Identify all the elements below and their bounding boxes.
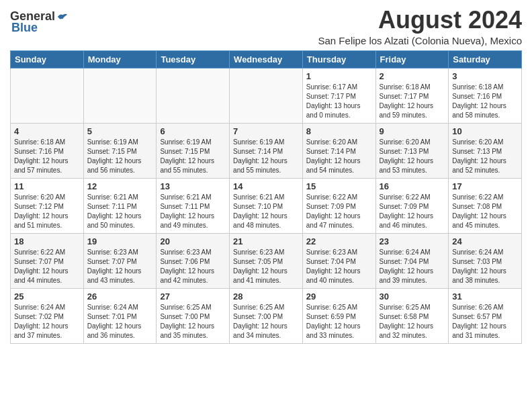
location-subtitle: San Felipe los Alzati (Colonia Nueva), M… (318, 35, 522, 46)
day-number: 6 (160, 126, 226, 136)
calendar-cell: 25Sunrise: 6:24 AMSunset: 7:02 PMDayligh… (11, 288, 84, 343)
calendar-cell (83, 68, 157, 123)
day-number: 16 (380, 181, 445, 191)
day-number: 22 (306, 236, 372, 246)
calendar-cell: 20Sunrise: 6:23 AMSunset: 7:06 PMDayligh… (157, 233, 230, 288)
day-info: Sunrise: 6:22 AMSunset: 7:09 PMDaylight:… (380, 193, 445, 230)
day-info: Sunrise: 6:20 AMSunset: 7:13 PMDaylight:… (452, 138, 518, 175)
day-number: 8 (306, 126, 372, 136)
calendar-cell: 14Sunrise: 6:21 AMSunset: 7:10 PMDayligh… (230, 178, 303, 233)
day-number: 27 (160, 291, 226, 302)
day-info: Sunrise: 6:18 AMSunset: 7:16 PMDaylight:… (14, 138, 80, 175)
calendar-cell: 7Sunrise: 6:19 AMSunset: 7:14 PMDaylight… (230, 123, 303, 178)
calendar-cell: 19Sunrise: 6:23 AMSunset: 7:07 PMDayligh… (83, 233, 157, 288)
calendar-cell: 17Sunrise: 6:22 AMSunset: 7:08 PMDayligh… (449, 178, 522, 233)
day-info: Sunrise: 6:23 AMSunset: 7:04 PMDaylight:… (306, 248, 372, 285)
day-number: 31 (452, 291, 518, 302)
day-number: 15 (306, 181, 372, 191)
day-info: Sunrise: 6:21 AMSunset: 7:11 PMDaylight:… (160, 193, 226, 230)
calendar-cell: 28Sunrise: 6:25 AMSunset: 7:00 PMDayligh… (230, 288, 303, 343)
calendar-cell: 23Sunrise: 6:24 AMSunset: 7:04 PMDayligh… (375, 233, 449, 288)
day-info: Sunrise: 6:25 AMSunset: 6:58 PMDaylight:… (380, 303, 445, 340)
day-number: 30 (380, 291, 445, 302)
weekday-header-wednesday: Wednesday (230, 50, 303, 68)
day-number: 9 (380, 126, 445, 136)
calendar-cell: 3Sunrise: 6:18 AMSunset: 7:16 PMDaylight… (449, 68, 522, 123)
day-number: 19 (87, 236, 153, 246)
logo-bird-icon (56, 12, 69, 21)
day-info: Sunrise: 6:25 AMSunset: 7:00 PMDaylight:… (160, 303, 226, 340)
day-number: 25 (14, 291, 80, 302)
calendar-cell: 13Sunrise: 6:21 AMSunset: 7:11 PMDayligh… (157, 178, 230, 233)
day-number: 7 (233, 126, 299, 136)
month-title: August 2024 (318, 7, 522, 34)
day-info: Sunrise: 6:18 AMSunset: 7:16 PMDaylight:… (452, 83, 518, 120)
day-info: Sunrise: 6:25 AMSunset: 7:00 PMDaylight:… (233, 303, 299, 340)
logo: General Blue (10, 9, 69, 35)
day-number: 18 (14, 236, 80, 246)
day-number: 24 (452, 236, 518, 246)
day-info: Sunrise: 6:22 AMSunset: 7:07 PMDaylight:… (14, 248, 80, 285)
week-row-1: 1Sunrise: 6:17 AMSunset: 7:17 PMDaylight… (11, 68, 522, 123)
calendar-cell: 21Sunrise: 6:23 AMSunset: 7:05 PMDayligh… (230, 233, 303, 288)
weekday-header-row: SundayMondayTuesdayWednesdayThursdayFrid… (11, 50, 522, 68)
day-number: 20 (160, 236, 226, 246)
day-number: 17 (452, 181, 518, 191)
calendar-cell: 24Sunrise: 6:24 AMSunset: 7:03 PMDayligh… (449, 233, 522, 288)
day-number: 23 (380, 236, 445, 246)
calendar-cell: 15Sunrise: 6:22 AMSunset: 7:09 PMDayligh… (302, 178, 375, 233)
day-info: Sunrise: 6:17 AMSunset: 7:17 PMDaylight:… (306, 83, 372, 120)
calendar-cell: 11Sunrise: 6:20 AMSunset: 7:12 PMDayligh… (11, 178, 84, 233)
day-number: 4 (14, 126, 80, 136)
day-info: Sunrise: 6:22 AMSunset: 7:08 PMDaylight:… (452, 193, 518, 230)
calendar-cell: 22Sunrise: 6:23 AMSunset: 7:04 PMDayligh… (302, 233, 375, 288)
calendar-cell (11, 68, 84, 123)
day-info: Sunrise: 6:19 AMSunset: 7:15 PMDaylight:… (87, 138, 153, 175)
day-info: Sunrise: 6:22 AMSunset: 7:09 PMDaylight:… (306, 193, 372, 230)
calendar-cell: 18Sunrise: 6:22 AMSunset: 7:07 PMDayligh… (11, 233, 84, 288)
weekday-header-monday: Monday (83, 50, 157, 68)
page-header: General Blue August 2024 San Felipe los … (10, 7, 522, 46)
day-number: 1 (306, 71, 372, 81)
calendar-cell: 30Sunrise: 6:25 AMSunset: 6:58 PMDayligh… (375, 288, 449, 343)
day-info: Sunrise: 6:25 AMSunset: 6:59 PMDaylight:… (306, 303, 372, 340)
day-number: 3 (452, 71, 518, 81)
day-number: 5 (87, 126, 153, 136)
day-info: Sunrise: 6:19 AMSunset: 7:14 PMDaylight:… (233, 138, 299, 175)
day-number: 26 (87, 291, 153, 302)
calendar-cell: 27Sunrise: 6:25 AMSunset: 7:00 PMDayligh… (157, 288, 230, 343)
calendar-cell: 9Sunrise: 6:20 AMSunset: 7:13 PMDaylight… (375, 123, 449, 178)
day-info: Sunrise: 6:26 AMSunset: 6:57 PMDaylight:… (452, 303, 518, 340)
day-info: Sunrise: 6:24 AMSunset: 7:03 PMDaylight:… (452, 248, 518, 285)
title-area: August 2024 San Felipe los Alzati (Colon… (318, 7, 522, 46)
weekday-header-thursday: Thursday (302, 50, 375, 68)
day-number: 14 (233, 181, 299, 191)
week-row-4: 18Sunrise: 6:22 AMSunset: 7:07 PMDayligh… (11, 233, 522, 288)
week-row-3: 11Sunrise: 6:20 AMSunset: 7:12 PMDayligh… (11, 178, 522, 233)
calendar-cell: 8Sunrise: 6:20 AMSunset: 7:14 PMDaylight… (302, 123, 375, 178)
day-number: 28 (233, 291, 299, 302)
day-number: 11 (14, 181, 80, 191)
day-info: Sunrise: 6:20 AMSunset: 7:13 PMDaylight:… (380, 138, 445, 175)
day-number: 12 (87, 181, 153, 191)
calendar-cell (157, 68, 230, 123)
day-info: Sunrise: 6:20 AMSunset: 7:14 PMDaylight:… (306, 138, 372, 175)
day-info: Sunrise: 6:24 AMSunset: 7:02 PMDaylight:… (14, 303, 80, 340)
calendar-cell: 5Sunrise: 6:19 AMSunset: 7:15 PMDaylight… (83, 123, 157, 178)
day-info: Sunrise: 6:24 AMSunset: 7:04 PMDaylight:… (380, 248, 445, 285)
day-info: Sunrise: 6:21 AMSunset: 7:11 PMDaylight:… (87, 193, 153, 230)
calendar-table: SundayMondayTuesdayWednesdayThursdayFrid… (10, 50, 522, 344)
day-info: Sunrise: 6:19 AMSunset: 7:15 PMDaylight:… (160, 138, 226, 175)
calendar-cell: 1Sunrise: 6:17 AMSunset: 7:17 PMDaylight… (302, 68, 375, 123)
calendar-cell: 26Sunrise: 6:24 AMSunset: 7:01 PMDayligh… (83, 288, 157, 343)
day-info: Sunrise: 6:18 AMSunset: 7:17 PMDaylight:… (380, 83, 445, 120)
week-row-2: 4Sunrise: 6:18 AMSunset: 7:16 PMDaylight… (11, 123, 522, 178)
day-number: 2 (380, 71, 445, 81)
day-number: 29 (306, 291, 372, 302)
day-number: 21 (233, 236, 299, 246)
calendar-cell: 6Sunrise: 6:19 AMSunset: 7:15 PMDaylight… (157, 123, 230, 178)
day-number: 10 (452, 126, 518, 136)
day-number: 13 (160, 181, 226, 191)
weekday-header-friday: Friday (375, 50, 449, 68)
day-info: Sunrise: 6:20 AMSunset: 7:12 PMDaylight:… (14, 193, 80, 230)
